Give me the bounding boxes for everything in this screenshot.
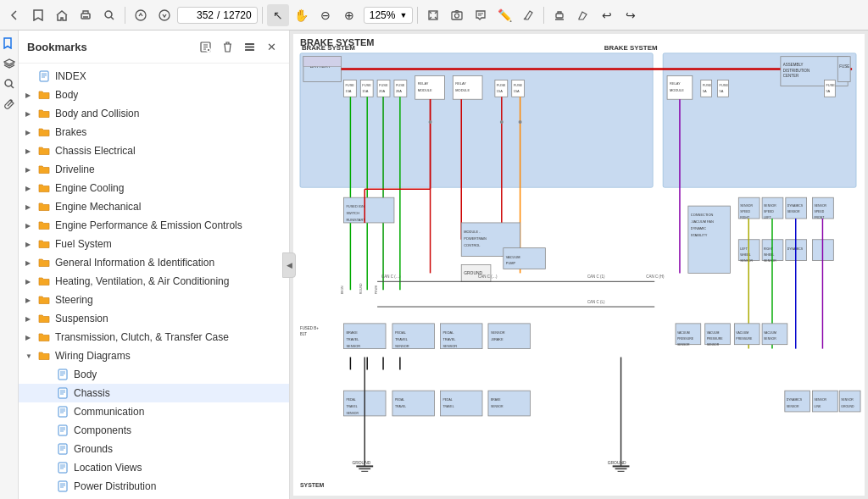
tree-label-chassis-electrical: Chassis Electrical — [55, 145, 136, 157]
tree-item-wiring-diagrams[interactable]: ▼Wiring Diagrams — [19, 347, 289, 365]
svg-text:TRAVEL: TRAVEL — [346, 337, 359, 341]
tree-item-heating[interactable]: ▶Heating, Ventilation, & Air Conditionin… — [19, 272, 289, 291]
svg-text:15A: 15A — [345, 89, 351, 93]
tree-item-wd-power-distribution[interactable]: Power Distribution — [19, 477, 289, 496]
stamp-btn[interactable] — [548, 4, 570, 26]
svg-text:SENSOR: SENSOR — [815, 204, 827, 208]
svg-text:SENSOR: SENSOR — [764, 259, 776, 263]
pencil-btn[interactable]: ✏️ — [493, 4, 515, 26]
search-btn[interactable] — [2, 76, 17, 91]
attachments-btn[interactable] — [2, 97, 17, 112]
tree-label-index: INDEX — [55, 70, 86, 82]
tree-item-wd-components[interactable]: Components — [19, 421, 289, 440]
comment-btn[interactable] — [470, 4, 492, 26]
tree-item-driveline[interactable]: ▶Driveline — [19, 160, 289, 179]
tree-label-brakes: Brakes — [55, 126, 86, 138]
svg-text:TRAVEL: TRAVEL — [442, 405, 453, 408]
svg-text:PUMP: PUMP — [506, 262, 516, 266]
sidebar-toggle-btn[interactable] — [2, 36, 17, 51]
svg-rect-0 — [81, 14, 90, 19]
tree-arrow-driveline: ▶ — [25, 166, 37, 174]
tree-arrow-fuel-system: ▶ — [25, 241, 37, 248]
sidebar-delete-btn[interactable] — [218, 37, 236, 56]
tree-item-brakes[interactable]: ▶Brakes — [19, 123, 289, 141]
svg-text:FUSE: FUSE — [497, 83, 506, 87]
tree-item-wd-chassis[interactable]: Chassis — [19, 384, 289, 402]
svg-rect-13 — [245, 46, 254, 47]
svg-text:SENSOR: SENSOR — [787, 405, 799, 408]
tree-label-wd-chassis: Chassis — [74, 387, 110, 399]
diagram-container[interactable]: BRAKE SYSTEM BRAKE SYSTEM BATTERY ASSEMB… — [293, 34, 865, 496]
tree-icon-heating — [37, 274, 51, 288]
tree-item-suspension[interactable]: ▶Suspension — [19, 309, 289, 328]
redo-btn[interactable]: ↪ — [620, 4, 642, 26]
tree-item-general-info[interactable]: ▶General Information & Identification — [19, 253, 289, 272]
toolbar-magnify-btn[interactable] — [98, 4, 120, 26]
zoom-in-btn[interactable]: ⊕ — [338, 4, 360, 26]
svg-text:TRAVEL: TRAVEL — [395, 405, 406, 408]
tree-arrow-body: ▶ — [25, 91, 37, 99]
sidebar-close-btn[interactable]: ✕ — [262, 37, 281, 56]
fit-page-btn[interactable] — [422, 4, 444, 26]
zoom-out-btn[interactable]: ⊖ — [314, 4, 337, 26]
svg-text:CAN C (L): CAN C (L) — [587, 300, 605, 304]
svg-text:SENSOR: SENSOR — [395, 344, 409, 348]
svg-text:BKGN: BKGN — [341, 286, 344, 294]
toolbar-home-btn[interactable] — [51, 4, 73, 26]
svg-text:BRAKE: BRAKE — [491, 398, 501, 402]
page-total: 12720 — [223, 9, 251, 21]
tree-item-body[interactable]: ▶Body — [19, 86, 289, 104]
tree-item-engine-performance[interactable]: ▶Engine Performance & Emission Controls — [19, 216, 289, 235]
zoom-level: 125% — [370, 9, 396, 21]
page-down-btn[interactable] — [153, 4, 175, 26]
svg-text:LEFT: LEFT — [740, 247, 748, 251]
eraser-btn[interactable] — [572, 4, 594, 26]
tree-item-steering[interactable]: ▶Steering — [19, 291, 289, 309]
undo-btn[interactable]: ↩ — [596, 4, 618, 26]
tree-label-fuel-system: Fuel System — [55, 238, 112, 250]
tree-icon-wd-chassis — [56, 386, 70, 400]
highlight-btn[interactable] — [517, 4, 539, 26]
svg-text:SENSOR: SENSOR — [442, 344, 457, 348]
tree-item-engine-mechanical[interactable]: ▶Engine Mechanical — [19, 197, 289, 216]
tree-arrow-steering: ▶ — [25, 297, 37, 304]
toolbar-print-btn[interactable] — [75, 4, 97, 26]
sidebar-add-bookmark-btn[interactable] — [196, 37, 214, 56]
hand-tool-btn[interactable]: ✋ — [291, 4, 313, 26]
snapshot-btn[interactable] — [446, 4, 468, 26]
tree-item-engine-cooling[interactable]: ▶Engine Cooling — [19, 179, 289, 197]
tree-item-wd-grounds[interactable]: Grounds — [19, 440, 289, 458]
toolbar-back-btn[interactable] — [3, 4, 25, 26]
tree-item-wd-location-views[interactable]: Location Views — [19, 458, 289, 477]
tree-label-steering: Steering — [55, 294, 93, 306]
svg-rect-5 — [452, 12, 462, 19]
svg-text:BRAKE SYSTEM: BRAKE SYSTEM — [604, 44, 658, 52]
tree-label-wiring-diagrams: Wiring Diagrams — [55, 350, 131, 362]
svg-text:TRAVEL: TRAVEL — [442, 337, 456, 341]
tree-item-chassis-electrical[interactable]: ▶Chassis Electrical — [19, 141, 289, 160]
zoom-dropdown-icon[interactable]: ▼ — [399, 11, 407, 19]
svg-text:PEDAL: PEDAL — [395, 398, 404, 402]
cursor-tool-btn[interactable]: ↖ — [267, 4, 289, 26]
layers-btn[interactable] — [2, 56, 17, 71]
tree-label-general-info: General Information & Identification — [55, 257, 214, 269]
tree-item-index[interactable]: INDEX — [19, 67, 289, 86]
page-up-btn[interactable] — [130, 4, 152, 26]
sidebar-collapse-arrow[interactable]: ◀ — [282, 252, 296, 278]
tree-icon-transmission — [37, 330, 51, 344]
tree-item-wd-communication[interactable]: Communication — [19, 402, 289, 421]
tree-icon-wd-location-views — [56, 461, 70, 474]
svg-text:CENTER: CENTER — [783, 74, 799, 78]
tree-item-body-collision[interactable]: ▶Body and Collision — [19, 104, 289, 123]
page-input[interactable]: 352 — [183, 9, 214, 21]
svg-text:ROUND: ROUND — [359, 283, 363, 294]
tree-item-wd-body[interactable]: Body — [19, 365, 289, 384]
svg-text:SPEED: SPEED — [764, 210, 774, 213]
tree-item-fuel-system[interactable]: ▶Fuel System — [19, 235, 289, 253]
svg-text:RELAY: RELAY — [670, 81, 681, 86]
tree-item-transmission[interactable]: ▶Transmission, Clutch, & Transfer Case — [19, 328, 289, 347]
svg-point-208 — [429, 120, 432, 124]
toolbar-bookmark-btn[interactable] — [27, 4, 49, 26]
sidebar-options-btn[interactable] — [240, 37, 259, 56]
svg-text:FUSE: FUSE — [720, 83, 729, 87]
